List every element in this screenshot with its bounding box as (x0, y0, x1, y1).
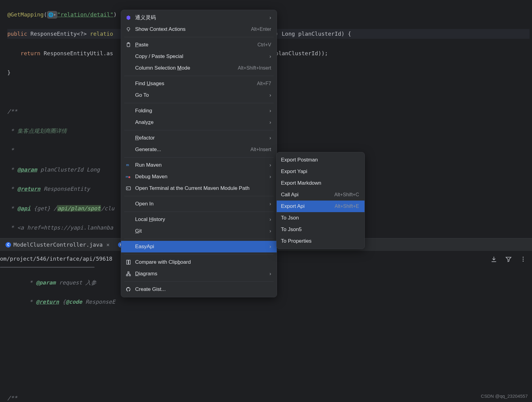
maven-icon: m (125, 162, 131, 168)
annotation: @GetMapping (7, 11, 44, 18)
menu-paste[interactable]: PasteCtrl+V (121, 39, 277, 51)
submenu-easyapi: Export Postman Export Yapi Export Markdo… (276, 152, 365, 249)
menu-copy-paste-special[interactable]: Copy / Paste Special› (121, 51, 277, 62)
menu-analyze[interactable]: Analyze› (121, 117, 277, 128)
menu-diagrams[interactable]: Diagrams› (121, 268, 277, 280)
paste-icon (125, 42, 131, 48)
string-literal: "relation/detail" (57, 11, 113, 18)
svg-rect-15 (126, 275, 128, 276)
menu-git[interactable]: Git› (121, 225, 277, 237)
submenu-to-json5[interactable]: To Json5 (277, 224, 365, 235)
menu-open-in[interactable]: Open In› (121, 198, 277, 210)
svg-text:m: m (126, 175, 128, 178)
menu-goto[interactable]: Go To› (121, 89, 277, 101)
svg-point-3 (523, 261, 523, 262)
submenu-export-api[interactable]: Export ApiAlt+Shift+E (277, 201, 365, 212)
menu-local-history[interactable]: Local History› (121, 214, 277, 225)
svg-rect-16 (129, 275, 131, 276)
submenu-export-markdown[interactable]: Export Markdown (277, 177, 365, 189)
bulb-icon (125, 27, 131, 32)
terminal-icon (125, 186, 131, 191)
menu-folding[interactable]: Folding› (121, 105, 277, 117)
svg-point-5 (127, 27, 130, 30)
svg-rect-12 (127, 260, 128, 264)
menu-easyapi[interactable]: EasyApi› (121, 241, 277, 252)
svg-point-10 (128, 176, 130, 178)
menu-generate[interactable]: Generate...Alt+Insert (121, 144, 277, 155)
svg-point-2 (523, 259, 523, 259)
diagram-icon (125, 271, 131, 277)
lower-code: * @param request 入参 * @return {@code Res… (0, 268, 118, 326)
java-class-icon: C (5, 242, 11, 248)
submenu-to-properties[interactable]: To Properties (277, 235, 365, 247)
submenu-export-yapi[interactable]: Export Yapi (277, 166, 365, 177)
menu-find-usages[interactable]: Find UsagesAlt+F7 (121, 78, 277, 89)
svg-rect-13 (129, 260, 130, 264)
tongyi-icon (125, 15, 131, 20)
close-icon[interactable]: × (105, 240, 111, 250)
toolbar-icons (491, 256, 527, 263)
download-icon[interactable] (491, 256, 497, 263)
context-menu: 通义灵码› Show Context ActionsAlt+Enter Past… (121, 10, 277, 297)
menu-debug-maven[interactable]: m Debug Maven› (121, 171, 277, 183)
maven-debug-icon: m (125, 174, 131, 179)
svg-marker-4 (127, 16, 130, 20)
menu-create-gist[interactable]: Create Gist... (121, 284, 277, 295)
tab-file[interactable]: C ModelClusterController.java × (2, 238, 114, 251)
menu-compare-clipboard[interactable]: Compare with Clipboard (121, 256, 277, 268)
svg-point-1 (523, 257, 523, 258)
menu-run-maven[interactable]: m Run Maven› (121, 159, 277, 171)
svg-rect-11 (126, 187, 131, 190)
menu-open-terminal[interactable]: Open Terminal at the Current Maven Modul… (121, 183, 277, 194)
menu-tongyi[interactable]: 通义灵码› (121, 12, 277, 24)
menu-refactor[interactable]: Refactor› (121, 132, 277, 144)
svg-rect-14 (128, 272, 129, 273)
svg-text:m: m (126, 163, 129, 167)
menu-column-selection[interactable]: Column Selection ModeAlt+Shift+Insert (121, 62, 277, 74)
submenu-to-json[interactable]: To Json (277, 212, 365, 224)
submenu-export-postman[interactable]: Export Postman (277, 154, 365, 166)
submenu-call-api[interactable]: Call ApiAlt+Shift+C (277, 189, 365, 201)
more-icon[interactable] (520, 256, 527, 263)
filter-icon[interactable] (505, 256, 512, 263)
github-icon (125, 287, 131, 292)
globe-badge-icon: 🌐▾ (47, 11, 57, 19)
menu-show-context-actions[interactable]: Show Context ActionsAlt+Enter (121, 24, 277, 35)
watermark: CSDN @qq_23204557 (481, 392, 528, 400)
compare-icon (125, 259, 131, 265)
